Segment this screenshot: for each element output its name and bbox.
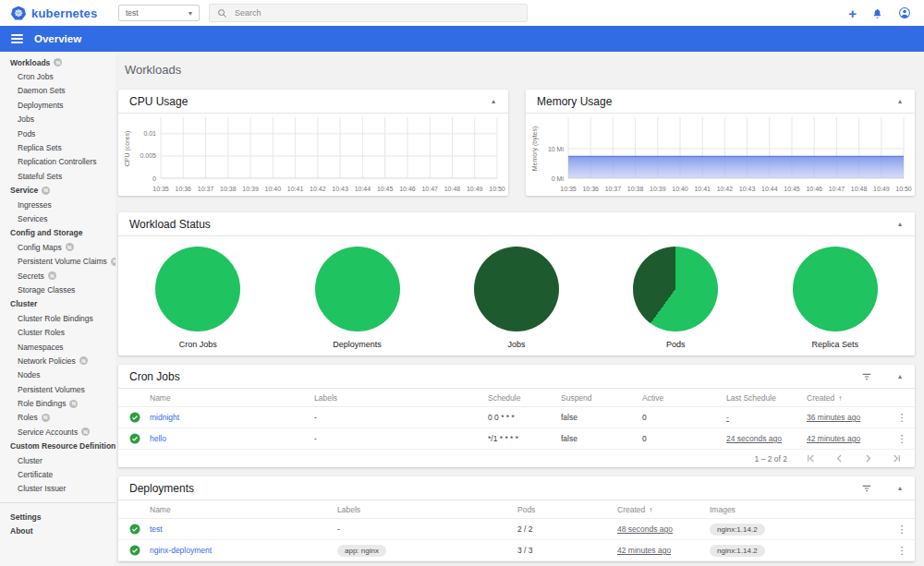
- sidebar-item-service[interactable]: ServiceN: [0, 184, 116, 198]
- sidebar-item-nodes[interactable]: Nodes: [0, 368, 116, 382]
- filter-button[interactable]: [861, 483, 872, 494]
- cell-created: 48 seconds ago: [617, 524, 710, 534]
- kubernetes-logo-icon: ☸: [11, 6, 26, 20]
- sidebar-item-stateful-sets[interactable]: Stateful Sets: [0, 169, 116, 183]
- sidebar-item-role-bindings[interactable]: Role BindingsN: [0, 396, 116, 410]
- sidebar-item-service-accounts[interactable]: Service AccountsN: [0, 425, 116, 439]
- sidebar-item-secrets[interactable]: SecretsN: [0, 269, 116, 283]
- column-header-schedule[interactable]: Schedule: [488, 393, 561, 403]
- table-row: midnight-0 0 * * *false0-36 minutes ago⋮: [118, 407, 915, 428]
- column-header-name[interactable]: Name: [150, 393, 314, 403]
- namespaced-badge: N: [81, 428, 90, 436]
- sidebar-item-services[interactable]: Services: [0, 211, 116, 225]
- sidebar-item-config-and-storage: Config and Storage: [0, 226, 116, 240]
- svg-text:10:47: 10:47: [829, 186, 845, 192]
- cronjob-name-link[interactable]: hello: [150, 434, 166, 443]
- image-chip: nginx:1.14.2: [710, 524, 765, 536]
- namespace-select[interactable]: test ▾: [118, 5, 200, 21]
- sidebar-item-jobs[interactable]: Jobs: [0, 113, 116, 126]
- svg-text:CPU (cores): CPU (cores): [124, 131, 131, 167]
- namespaced-badge: N: [42, 187, 50, 195]
- row-menu-button[interactable]: ⋮: [889, 412, 915, 424]
- svg-text:0 Mi: 0 Mi: [552, 175, 565, 182]
- sidebar-item-namespaces[interactable]: Namespaces: [0, 340, 116, 354]
- sidebar-item-cron-jobs[interactable]: Cron Jobs: [0, 69, 116, 83]
- svg-text:10:42: 10:42: [717, 186, 734, 192]
- page-breadcrumb: Overview: [34, 33, 81, 44]
- status-ok-icon: [118, 412, 150, 423]
- account-button[interactable]: [898, 6, 911, 19]
- sidebar-item-cluster[interactable]: Cluster: [0, 453, 116, 467]
- cpu-usage-chart: 10:3510:3610:3710:3810:3910:4010:4110:42…: [118, 114, 508, 195]
- column-header-suspend[interactable]: Suspend: [561, 393, 642, 403]
- collapse-button[interactable]: ▴: [896, 219, 904, 230]
- sidebar-item-daemon-sets[interactable]: Daemon Sets: [0, 84, 116, 98]
- sidebar-item-certificate[interactable]: Certificate: [0, 467, 116, 481]
- sidebar-item-cluster-role-bindings[interactable]: Cluster Role Bindings: [0, 311, 116, 325]
- deployment-name-link[interactable]: nginx-deployment: [150, 546, 212, 555]
- status-ok-icon: [118, 545, 150, 556]
- sidebar-item-persistent-volumes[interactable]: Persistent Volumes: [0, 382, 116, 396]
- row-menu-button[interactable]: ⋮: [889, 433, 915, 445]
- collapse-button[interactable]: ▴: [896, 371, 904, 382]
- column-header-labels[interactable]: Labels: [337, 505, 517, 514]
- svg-text:10 Mi: 10 Mi: [548, 146, 565, 152]
- row-menu-button[interactable]: ⋮: [889, 524, 915, 536]
- app-bar: Overview: [0, 26, 924, 52]
- column-header-created[interactable]: Created↑: [807, 393, 889, 403]
- sidebar-item-cluster-roles[interactable]: Cluster Roles: [0, 325, 116, 339]
- column-header-labels[interactable]: Labels: [314, 393, 488, 403]
- cell-images: nginx:1.14.2: [710, 545, 889, 557]
- kubernetes-logo[interactable]: ☸ kubernetes: [0, 6, 118, 20]
- column-header-pods[interactable]: Pods: [517, 505, 617, 514]
- sidebar: WorkloadsNCron JobsDaemon SetsDeployment…: [0, 52, 116, 566]
- deployment-name-link[interactable]: test: [150, 524, 163, 534]
- search-input[interactable]: [235, 8, 519, 18]
- column-header-last-schedule[interactable]: Last Schedule: [726, 393, 807, 403]
- sidebar-item-about[interactable]: About: [0, 524, 116, 538]
- collapse-button[interactable]: ▴: [896, 96, 904, 107]
- previous-page-button[interactable]: [834, 453, 845, 464]
- next-page-button[interactable]: [863, 453, 873, 464]
- status-ok-icon: [118, 524, 150, 535]
- svg-text:0.005: 0.005: [140, 152, 156, 159]
- sidebar-item-cluster-issuer[interactable]: Cluster Issuer: [0, 482, 116, 496]
- first-page-button[interactable]: [806, 453, 816, 464]
- sidebar-item-settings[interactable]: Settings: [0, 510, 116, 524]
- sidebar-item-storage-classes[interactable]: Storage Classes: [0, 283, 116, 296]
- svg-text:10:44: 10:44: [355, 186, 371, 192]
- cell-active: 0: [642, 413, 726, 422]
- cell-suspend: false: [561, 413, 642, 422]
- collapse-button[interactable]: ▴: [896, 483, 904, 494]
- sidebar-item-pods[interactable]: Pods: [0, 126, 116, 140]
- row-menu-button[interactable]: ⋮: [889, 545, 915, 557]
- svg-text:10:47: 10:47: [421, 186, 438, 192]
- column-header-images[interactable]: Images: [710, 505, 889, 514]
- sidebar-item-config-maps[interactable]: Config MapsN: [0, 240, 116, 254]
- create-resource-button[interactable]: +: [848, 6, 857, 20]
- svg-text:10:38: 10:38: [627, 186, 644, 192]
- notifications-button[interactable]: [871, 7, 883, 19]
- sidebar-item-replication-controllers[interactable]: Replication Controllers: [0, 155, 116, 169]
- cell-suspend: false: [561, 434, 642, 443]
- filter-button[interactable]: [861, 371, 872, 382]
- cronjob-name-link[interactable]: midnight: [150, 413, 179, 422]
- status-ok-icon: [118, 433, 150, 444]
- cell-pods: 2 / 2: [517, 524, 617, 534]
- column-header-name[interactable]: Name: [150, 505, 337, 514]
- column-header-created[interactable]: Created↑: [617, 505, 710, 514]
- sidebar-item-persistent-volume-claims[interactable]: Persistent Volume ClaimsN: [0, 254, 116, 268]
- sidebar-item-roles[interactable]: RolesN: [0, 411, 116, 425]
- svg-text:10:36: 10:36: [176, 186, 192, 192]
- sidebar-item-deployments[interactable]: Deployments: [0, 98, 116, 112]
- table-row: hello-*/1 * * * *false024 seconds ago42 …: [118, 428, 915, 450]
- menu-icon[interactable]: [11, 32, 23, 45]
- sidebar-item-workloads[interactable]: WorkloadsN: [0, 55, 116, 69]
- column-header-active[interactable]: Active: [642, 393, 726, 403]
- collapse-button[interactable]: ▴: [490, 96, 497, 107]
- sidebar-item-ingresses[interactable]: Ingresses: [0, 198, 116, 211]
- top-header: ☸ kubernetes test ▾ +: [0, 0, 924, 26]
- sidebar-item-network-policies[interactable]: Network PoliciesN: [0, 354, 116, 367]
- last-page-button[interactable]: [892, 453, 902, 464]
- sidebar-item-replica-sets[interactable]: Replica Sets: [0, 140, 116, 154]
